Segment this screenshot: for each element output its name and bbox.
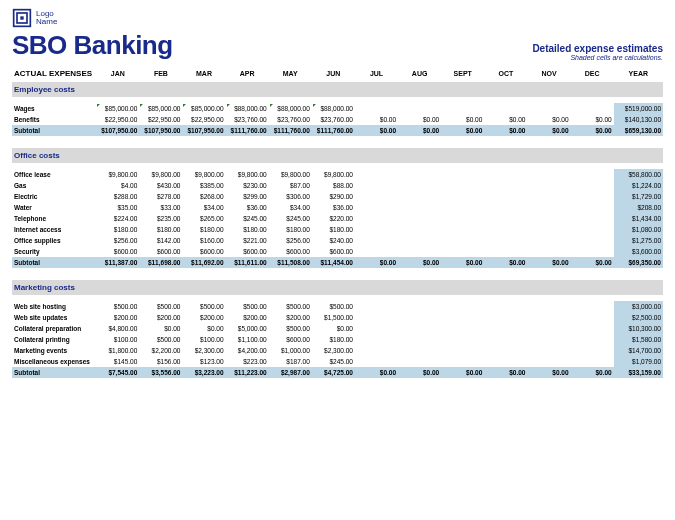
- subtotal-cell[interactable]: $0.00: [571, 125, 614, 136]
- cell[interactable]: [441, 103, 484, 114]
- cell[interactable]: [355, 213, 398, 224]
- cell[interactable]: $306.00: [269, 191, 312, 202]
- cell[interactable]: [484, 103, 527, 114]
- cell[interactable]: [571, 356, 614, 367]
- subtotal-cell[interactable]: $11,611.00: [226, 257, 269, 268]
- subtotal-year[interactable]: $69,350.00: [614, 257, 663, 268]
- subtotal-cell[interactable]: $107,950.00: [139, 125, 182, 136]
- cell[interactable]: $0.00: [355, 114, 398, 125]
- cell[interactable]: $9,800.00: [226, 169, 269, 180]
- subtotal-cell[interactable]: $0.00: [355, 125, 398, 136]
- cell[interactable]: $0.00: [398, 114, 441, 125]
- cell[interactable]: [571, 224, 614, 235]
- cell[interactable]: $500.00: [182, 301, 225, 312]
- cell[interactable]: $500.00: [139, 301, 182, 312]
- row-label[interactable]: Office lease: [12, 169, 96, 180]
- cell[interactable]: $4,800.00: [96, 323, 139, 334]
- cell[interactable]: [355, 180, 398, 191]
- year-cell[interactable]: $208.00: [614, 202, 663, 213]
- cell[interactable]: [441, 202, 484, 213]
- cell[interactable]: $160.00: [182, 235, 225, 246]
- cell[interactable]: $4.00: [96, 180, 139, 191]
- year-cell[interactable]: $1,275.00: [614, 235, 663, 246]
- cell[interactable]: [398, 202, 441, 213]
- subtotal-label[interactable]: Subtotal: [12, 367, 96, 378]
- cell[interactable]: [527, 103, 570, 114]
- cell[interactable]: $9,800.00: [139, 169, 182, 180]
- cell[interactable]: $9,800.00: [96, 169, 139, 180]
- cell[interactable]: [484, 356, 527, 367]
- cell[interactable]: [527, 224, 570, 235]
- cell[interactable]: $200.00: [226, 312, 269, 323]
- cell[interactable]: $288.00: [96, 191, 139, 202]
- subtotal-label[interactable]: Subtotal: [12, 125, 96, 136]
- subtotal-cell[interactable]: $4,725.00: [312, 367, 355, 378]
- row-label[interactable]: Web site hosting: [12, 301, 96, 312]
- cell[interactable]: [571, 213, 614, 224]
- cell[interactable]: $600.00: [269, 246, 312, 257]
- cell[interactable]: [484, 224, 527, 235]
- cell[interactable]: [527, 169, 570, 180]
- subtotal-cell[interactable]: $11,692.00: [182, 257, 225, 268]
- cell[interactable]: [571, 345, 614, 356]
- cell[interactable]: $500.00: [226, 301, 269, 312]
- cell[interactable]: [484, 246, 527, 257]
- cell[interactable]: $220.00: [312, 213, 355, 224]
- cell[interactable]: $256.00: [269, 235, 312, 246]
- cell[interactable]: $35.00: [96, 202, 139, 213]
- cell[interactable]: [398, 345, 441, 356]
- cell[interactable]: [571, 180, 614, 191]
- subtotal-cell[interactable]: $111,760.00: [312, 125, 355, 136]
- subtotal-cell[interactable]: $111,760.00: [226, 125, 269, 136]
- cell[interactable]: $187.00: [269, 356, 312, 367]
- cell[interactable]: $34.00: [182, 202, 225, 213]
- cell[interactable]: $85,000.00: [139, 103, 182, 114]
- cell[interactable]: $0.00: [182, 323, 225, 334]
- cell[interactable]: [441, 345, 484, 356]
- subtotal-cell[interactable]: $0.00: [441, 367, 484, 378]
- year-cell[interactable]: $519,000.00: [614, 103, 663, 114]
- cell[interactable]: [484, 191, 527, 202]
- cell[interactable]: $23,760.00: [269, 114, 312, 125]
- cell[interactable]: $145.00: [96, 356, 139, 367]
- row-label[interactable]: Internet access: [12, 224, 96, 235]
- cell[interactable]: [571, 202, 614, 213]
- cell[interactable]: $85,000.00: [182, 103, 225, 114]
- row-label[interactable]: Office supplies: [12, 235, 96, 246]
- cell[interactable]: [441, 334, 484, 345]
- cell[interactable]: $278.00: [139, 191, 182, 202]
- cell[interactable]: $0.00: [571, 114, 614, 125]
- cell[interactable]: [571, 323, 614, 334]
- cell[interactable]: [398, 235, 441, 246]
- subtotal-cell[interactable]: $0.00: [484, 125, 527, 136]
- subtotal-year[interactable]: $33,159.00: [614, 367, 663, 378]
- year-cell[interactable]: $1,224.00: [614, 180, 663, 191]
- year-cell[interactable]: $10,300.00: [614, 323, 663, 334]
- cell[interactable]: $87.00: [269, 180, 312, 191]
- subtotal-cell[interactable]: $0.00: [441, 125, 484, 136]
- row-label[interactable]: Collateral preparation: [12, 323, 96, 334]
- cell[interactable]: $22,950.00: [96, 114, 139, 125]
- cell[interactable]: [355, 169, 398, 180]
- cell[interactable]: $180.00: [226, 224, 269, 235]
- cell[interactable]: $180.00: [312, 224, 355, 235]
- cell[interactable]: $200.00: [182, 312, 225, 323]
- cell[interactable]: $256.00: [96, 235, 139, 246]
- cell[interactable]: [571, 103, 614, 114]
- cell[interactable]: $88,000.00: [226, 103, 269, 114]
- cell[interactable]: $100.00: [96, 334, 139, 345]
- cell[interactable]: [527, 323, 570, 334]
- cell[interactable]: [571, 301, 614, 312]
- cell[interactable]: $240.00: [312, 235, 355, 246]
- cell[interactable]: $0.00: [139, 323, 182, 334]
- cell[interactable]: [355, 334, 398, 345]
- subtotal-cell[interactable]: $107,950.00: [182, 125, 225, 136]
- subtotal-cell[interactable]: $11,508.00: [269, 257, 312, 268]
- cell[interactable]: $2,300.00: [182, 345, 225, 356]
- cell[interactable]: [484, 213, 527, 224]
- cell[interactable]: $9,800.00: [312, 169, 355, 180]
- subtotal-cell[interactable]: $0.00: [398, 125, 441, 136]
- cell[interactable]: $600.00: [182, 246, 225, 257]
- cell[interactable]: [571, 191, 614, 202]
- cell[interactable]: [398, 312, 441, 323]
